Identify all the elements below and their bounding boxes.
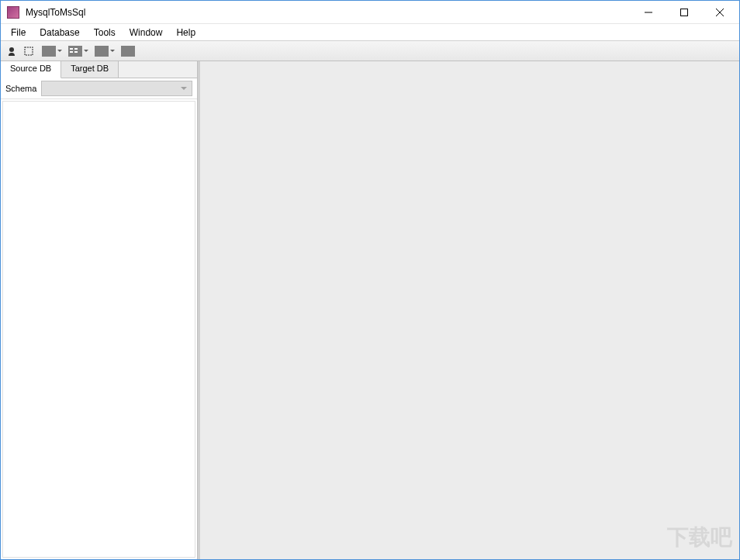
svg-point-4 xyxy=(9,47,14,52)
toolbar-dropdown-2[interactable] xyxy=(83,43,89,59)
schema-row: Schema xyxy=(1,78,197,99)
toolbar-group-3 xyxy=(94,43,116,59)
schema-dropdown[interactable] xyxy=(41,81,192,96)
toolbar-button-4[interactable] xyxy=(120,43,136,59)
toolbar-dropdown-1[interactable] xyxy=(57,43,63,59)
svg-rect-8 xyxy=(70,51,73,53)
titlebar: MysqlToMsSql xyxy=(1,1,739,24)
toolbar-connect-icon[interactable] xyxy=(4,43,19,59)
toolbar-button-1[interactable] xyxy=(41,43,57,59)
main-panel xyxy=(198,61,739,559)
svg-rect-9 xyxy=(74,48,78,50)
menu-help[interactable]: Help xyxy=(169,26,202,40)
toolbar-group-2 xyxy=(67,43,89,59)
toolbar-group-4 xyxy=(120,43,136,59)
close-button[interactable] xyxy=(702,1,738,24)
minimize-button[interactable] xyxy=(631,1,666,24)
db-tabs: Source DB Target DB xyxy=(1,61,197,78)
menu-database[interactable]: Database xyxy=(33,26,86,40)
svg-rect-5 xyxy=(25,47,33,55)
database-tree[interactable] xyxy=(2,101,195,558)
window-controls xyxy=(631,1,738,23)
tab-source-db[interactable]: Source DB xyxy=(1,61,61,78)
toolbar-dropdown-3[interactable] xyxy=(109,43,116,59)
toolbar-group-1 xyxy=(41,43,63,59)
maximize-button[interactable] xyxy=(666,1,702,24)
content-area: Source DB Target DB Schema xyxy=(1,61,739,559)
menubar: File Database Tools Window Help xyxy=(1,24,739,41)
toolbar-settings-icon[interactable] xyxy=(21,43,36,59)
svg-rect-7 xyxy=(70,48,73,50)
svg-rect-10 xyxy=(74,51,78,53)
app-icon xyxy=(7,6,19,19)
toolbar xyxy=(1,41,739,61)
menu-tools[interactable]: Tools xyxy=(87,26,123,40)
window-title: MysqlToMsSql xyxy=(24,7,631,18)
toolbar-button-2[interactable] xyxy=(67,43,83,59)
svg-rect-1 xyxy=(681,9,688,16)
menu-file[interactable]: File xyxy=(4,26,33,40)
toolbar-button-3[interactable] xyxy=(94,43,109,59)
menu-window[interactable]: Window xyxy=(123,26,170,40)
schema-label: Schema xyxy=(5,84,38,93)
tab-target-db[interactable]: Target DB xyxy=(61,61,119,78)
left-panel: Source DB Target DB Schema xyxy=(1,61,198,559)
